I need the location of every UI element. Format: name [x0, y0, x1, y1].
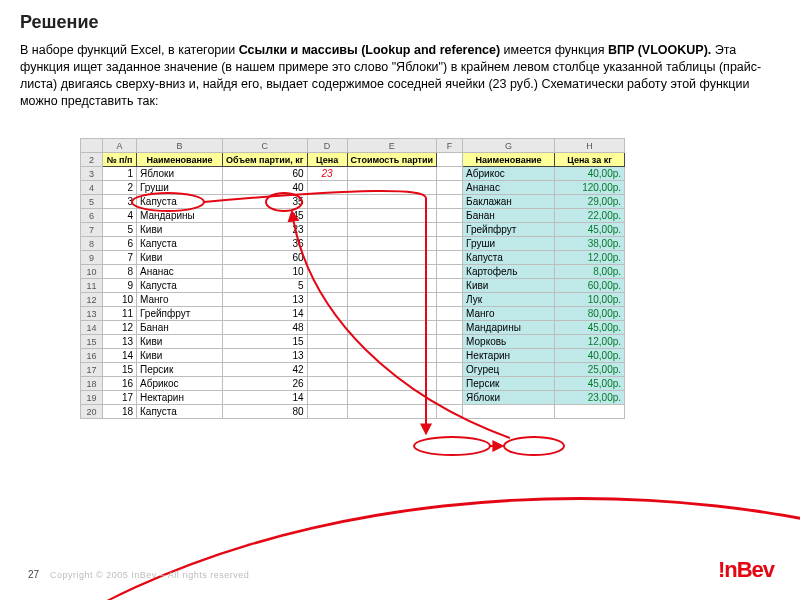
price-name: Морковь — [463, 335, 555, 349]
hdr-price: Цена — [307, 153, 347, 167]
table-row: 1614Киви13Нектарин40,00р. — [81, 349, 625, 363]
col-A: A — [103, 139, 137, 153]
table-row: 119Капуста5Киви60,00р. — [81, 279, 625, 293]
spreadsheet: A B C D E F G H 2№ п/пНаименованиеОбъем … — [80, 138, 720, 419]
price-name: Грейпфрут — [463, 223, 555, 237]
table-row: 86Капуста36Груши38,00р. — [81, 237, 625, 251]
hdr-name2: Наименование — [463, 153, 555, 167]
col-C: C — [223, 139, 308, 153]
price-name: Банан — [463, 209, 555, 223]
body-b1: Ссылки и массивы (Lookup and reference) — [239, 43, 500, 57]
price-value: 45,00р. — [555, 377, 625, 391]
price-value: 8,00р. — [555, 265, 625, 279]
col-H: H — [555, 139, 625, 153]
price-value: 40,00р. — [555, 167, 625, 181]
price-name: Лук — [463, 293, 555, 307]
price-value: 25,00р. — [555, 363, 625, 377]
copyright-text: Copyright © 2005 InBev – All rights rese… — [50, 570, 249, 580]
price-name: Яблоки — [463, 391, 555, 405]
price-value: 120,00р. — [555, 181, 625, 195]
table-row: 1210Манго13Лук10,00р. — [81, 293, 625, 307]
hdr-cost: Стоимость партии — [347, 153, 436, 167]
price-value: 45,00р. — [555, 223, 625, 237]
price-value: 29,00р. — [555, 195, 625, 209]
table-row: 53Капуста35Баклажан29,00р. — [81, 195, 625, 209]
data-header-row: 2№ п/пНаименованиеОбъем партии, кгЦенаСт… — [81, 153, 625, 167]
table-row: 108Ананас10Картофель8,00р. — [81, 265, 625, 279]
price-name: Груши — [463, 237, 555, 251]
table-row: 1816Абрикос26Персик45,00р. — [81, 377, 625, 391]
page-number: 27 — [28, 569, 39, 580]
price-value: 12,00р. — [555, 335, 625, 349]
price-name: Картофель — [463, 265, 555, 279]
table-row: 2018Капуста80 — [81, 405, 625, 419]
svg-point-2 — [414, 437, 490, 455]
price-name: Ананас — [463, 181, 555, 195]
table-row: 64Мандарины45Банан22,00р. — [81, 209, 625, 223]
price-value: 45,00р. — [555, 321, 625, 335]
table-row: 1311Грейпфрут14Манго80,00р. — [81, 307, 625, 321]
price-value: 38,00р. — [555, 237, 625, 251]
table-row: 1917Нектарин14Яблоки23,00р. — [81, 391, 625, 405]
price-value: 80,00р. — [555, 307, 625, 321]
table-row: 42Груши40Ананас120,00р. — [81, 181, 625, 195]
price-value: 40,00р. — [555, 349, 625, 363]
price-value: 22,00р. — [555, 209, 625, 223]
lookup-result: 23 — [307, 167, 347, 181]
hdr-name: Наименование — [137, 153, 223, 167]
footer: 27 Copyright © 2005 InBev – All rights r… — [0, 510, 800, 600]
price-value: 60,00р. — [555, 279, 625, 293]
svg-point-3 — [504, 437, 564, 455]
price-name: Киви — [463, 279, 555, 293]
hdr-price2: Цена за кг — [555, 153, 625, 167]
price-name: Огурец — [463, 363, 555, 377]
price-name: Капуста — [463, 251, 555, 265]
price-value: 12,00р. — [555, 251, 625, 265]
col-G: G — [463, 139, 555, 153]
slide-title: Решение — [20, 12, 99, 33]
table-row: 97Киви60Капуста12,00р. — [81, 251, 625, 265]
table-row: 75Киви23Грейпфрут45,00р. — [81, 223, 625, 237]
hdr-vol: Объем партии, кг — [223, 153, 308, 167]
red-arc — [0, 497, 800, 600]
table-row: 1715Персик42Огурец25,00р. — [81, 363, 625, 377]
col-E: E — [347, 139, 436, 153]
col-D: D — [307, 139, 347, 153]
col-B: B — [137, 139, 223, 153]
hdr-npn: № п/п — [103, 153, 137, 167]
price-name: Баклажан — [463, 195, 555, 209]
body-t2: имеется функция — [500, 43, 608, 57]
body-b2: ВПР (VLOOKUP). — [608, 43, 711, 57]
column-letters-row: A B C D E F G H — [81, 139, 625, 153]
excel-grid: A B C D E F G H 2№ п/пНаименованиеОбъем … — [80, 138, 625, 419]
price-name: Абрикос — [463, 167, 555, 181]
body-t1: В наборе функций Excel, в категории — [20, 43, 239, 57]
table-row: 1513Киви15Морковь12,00р. — [81, 335, 625, 349]
price-name: Мандарины — [463, 321, 555, 335]
col-F: F — [437, 139, 463, 153]
price-name: Манго — [463, 307, 555, 321]
price-name: Персик — [463, 377, 555, 391]
inbev-logo: !nBev — [718, 558, 774, 584]
price-value: 23,00р. — [555, 391, 625, 405]
body-text: В наборе функций Excel, в категории Ссыл… — [20, 42, 780, 110]
table-row: 1412Банан48Мандарины45,00р. — [81, 321, 625, 335]
table-row: 31Яблоки6023Абрикос40,00р. — [81, 167, 625, 181]
price-value: 10,00р. — [555, 293, 625, 307]
price-name: Нектарин — [463, 349, 555, 363]
corner-cell — [81, 139, 103, 153]
